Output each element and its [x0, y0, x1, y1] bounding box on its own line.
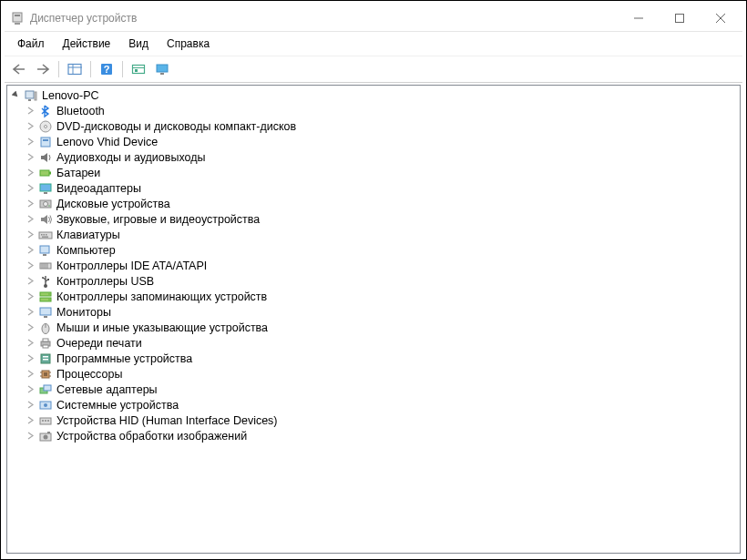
- svg-rect-1: [15, 23, 20, 25]
- expand-icon[interactable]: [24, 323, 36, 331]
- monitor-icon: [38, 305, 53, 320]
- forward-button[interactable]: [32, 59, 54, 79]
- close-button[interactable]: [700, 5, 741, 31]
- mouse-icon: [38, 321, 53, 335]
- expand-icon[interactable]: [24, 261, 36, 270]
- svg-rect-17: [26, 91, 34, 98]
- device-category[interactable]: Дисковые устройства: [7, 196, 740, 211]
- svg-point-74: [47, 420, 49, 422]
- hid-icon: [38, 413, 53, 428]
- toolbar: ?: [5, 56, 742, 83]
- expand-icon[interactable]: [24, 199, 36, 208]
- device-category[interactable]: Клавиатуры: [7, 227, 740, 242]
- expand-icon[interactable]: [24, 277, 36, 285]
- device-category[interactable]: Аудиовходы и аудиовыходы: [7, 149, 740, 165]
- svg-point-72: [42, 420, 44, 422]
- device-category[interactable]: Мониторы: [7, 304, 740, 320]
- device-category[interactable]: Процессоры: [7, 366, 740, 382]
- svg-point-30: [48, 205, 50, 207]
- device-category[interactable]: Bluetooth: [7, 103, 740, 118]
- expand-icon[interactable]: [24, 385, 36, 393]
- device-category[interactable]: Видеоадаптеры: [7, 180, 740, 196]
- expand-icon[interactable]: [24, 370, 36, 378]
- svg-point-73: [45, 420, 46, 422]
- toolbar-separator: [90, 61, 91, 77]
- back-button[interactable]: [8, 59, 30, 79]
- svg-rect-33: [44, 234, 46, 236]
- help-button[interactable]: ?: [96, 59, 118, 79]
- expand-icon[interactable]: [24, 354, 36, 362]
- device-category[interactable]: Контроллеры USB: [7, 273, 740, 289]
- scan-hardware-button[interactable]: [128, 59, 149, 79]
- category-label: Аудиовходы и аудиовыходы: [55, 151, 205, 164]
- device-category[interactable]: Контроллеры IDE ATA/ATAPI: [7, 258, 740, 273]
- device-manager-window: Диспетчер устройств Файл Действие Вид Сп…: [1, 1, 746, 559]
- menu-file[interactable]: Файл: [8, 34, 54, 54]
- display-button[interactable]: [151, 59, 173, 79]
- system-icon: [38, 398, 53, 412]
- expand-icon[interactable]: [24, 153, 36, 161]
- category-label: Мыши и иные указывающие устройства: [55, 321, 268, 334]
- root-label: Lenovo-PC: [40, 89, 99, 102]
- svg-rect-60: [43, 359, 48, 361]
- collapse-icon[interactable]: [9, 91, 22, 99]
- expand-icon[interactable]: [24, 122, 36, 130]
- expand-icon[interactable]: [24, 416, 36, 424]
- device-category[interactable]: Системные устройства: [7, 397, 740, 412]
- device-category[interactable]: DVD-дисководы и дисководы компакт-дисков: [7, 118, 740, 134]
- svg-rect-2: [15, 15, 20, 16]
- expand-icon[interactable]: [24, 137, 36, 146]
- expand-icon[interactable]: [24, 107, 36, 115]
- tree-root[interactable]: Lenovo-PC: [7, 87, 740, 103]
- svg-rect-24: [40, 170, 49, 176]
- app-icon: [10, 11, 25, 25]
- svg-rect-19: [35, 92, 36, 100]
- device-category[interactable]: Очереди печати: [7, 335, 740, 351]
- svg-rect-18: [28, 99, 31, 101]
- imaging-icon: [38, 429, 53, 443]
- expand-icon[interactable]: [24, 292, 36, 300]
- svg-point-76: [44, 434, 48, 439]
- maximize-button[interactable]: [659, 5, 700, 31]
- expand-icon[interactable]: [24, 401, 36, 409]
- expand-icon[interactable]: [24, 246, 36, 254]
- device-category[interactable]: Звуковые, игровые и видеоустройства: [7, 211, 740, 227]
- show-hide-console-button[interactable]: [64, 59, 86, 79]
- svg-point-21: [45, 125, 47, 127]
- category-label: Контроллеры USB: [55, 275, 154, 288]
- minimize-button[interactable]: [618, 5, 659, 31]
- ide-icon: [38, 259, 53, 273]
- device-tree: Lenovo-PCBluetoothDVD-дисководы и дисков…: [7, 87, 740, 443]
- device-category[interactable]: Lenovo Vhid Device: [7, 134, 740, 149]
- menu-help[interactable]: Справка: [158, 34, 219, 54]
- svg-rect-62: [44, 372, 47, 376]
- svg-rect-23: [43, 139, 48, 141]
- device-category[interactable]: Компьютер: [7, 242, 740, 258]
- storage-icon: [38, 290, 53, 304]
- device-category[interactable]: Программные устройства: [7, 351, 740, 366]
- svg-rect-7: [68, 65, 81, 75]
- svg-rect-51: [40, 308, 51, 315]
- svg-rect-14: [135, 69, 138, 72]
- device-category[interactable]: Устройства HID (Human Interface Devices): [7, 412, 740, 428]
- category-label: Системные устройства: [55, 399, 179, 412]
- device-category[interactable]: Сетевые адаптеры: [7, 382, 740, 397]
- expand-icon[interactable]: [24, 339, 36, 347]
- expand-icon[interactable]: [24, 215, 36, 223]
- device-category[interactable]: Контроллеры запоминающих устройств: [7, 289, 740, 304]
- expand-icon[interactable]: [24, 432, 36, 440]
- device-tree-panel[interactable]: Lenovo-PCBluetoothDVD-дисководы и дисков…: [6, 85, 741, 554]
- software-icon: [38, 351, 53, 366]
- svg-point-29: [44, 201, 48, 206]
- device-category[interactable]: Мыши и иные указывающие устройства: [7, 320, 740, 335]
- device-category[interactable]: Устройства обработки изображений: [7, 428, 740, 443]
- computer-icon: [38, 243, 53, 258]
- expand-icon[interactable]: [24, 184, 36, 192]
- expand-icon[interactable]: [24, 308, 36, 316]
- expand-icon[interactable]: [24, 168, 36, 177]
- expand-icon[interactable]: [24, 230, 36, 239]
- svg-rect-59: [43, 356, 48, 358]
- menu-view[interactable]: Вид: [119, 34, 158, 54]
- menu-action[interactable]: Действие: [54, 34, 120, 54]
- device-category[interactable]: Батареи: [7, 165, 740, 180]
